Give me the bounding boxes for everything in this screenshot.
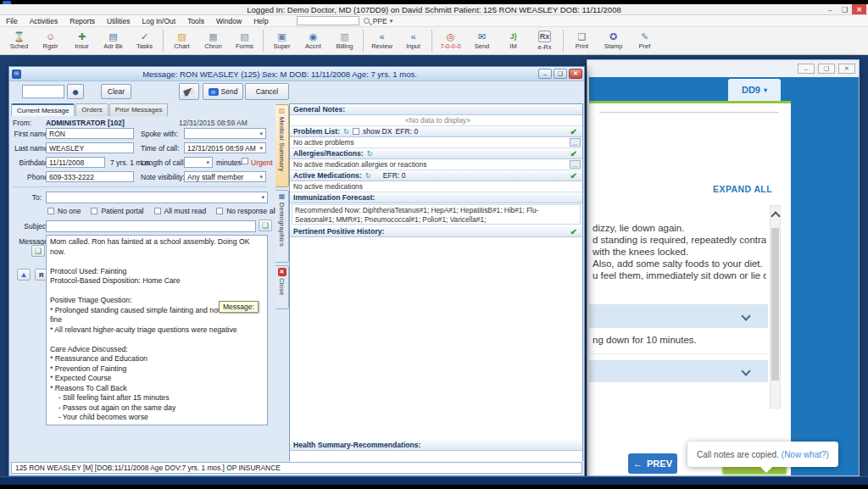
toolbar-super[interactable]: ▣Super	[266, 27, 298, 54]
prev-button[interactable]: ← PREV	[628, 453, 677, 474]
rx-icon: R	[39, 271, 44, 279]
cancel-button[interactable]: Cancel	[245, 83, 289, 100]
toolbar-print[interactable]: ❑Print	[566, 27, 598, 54]
insurance-icon: ✚	[78, 31, 86, 42]
no-response-checkbox[interactable]	[216, 208, 223, 214]
scrollbar-thumb[interactable]	[771, 228, 779, 381]
show-dx-checkbox[interactable]	[353, 128, 359, 135]
toolbar-forms[interactable]: ▧Forms	[229, 27, 260, 54]
menu-activities[interactable]: Activities	[24, 17, 64, 25]
menu-utilities[interactable]: Utilities	[101, 17, 136, 25]
phone-field[interactable]: 609-333-2222	[46, 171, 134, 182]
subject-field[interactable]	[46, 220, 256, 232]
send-envelope-icon: ✉	[209, 88, 219, 96]
maximize-button[interactable]: ❑	[554, 69, 567, 79]
toolbar-erx[interactable]: Rxe-Rx	[529, 27, 560, 54]
maximize-button[interactable]: ❑	[818, 64, 835, 74]
send-button[interactable]: ✉ Send	[203, 83, 243, 100]
toolbar-chart[interactable]: ▨Chart	[166, 27, 198, 54]
menu-file[interactable]: File	[0, 17, 24, 25]
menu-bar: File Activities Reports Utilities Log In…	[0, 15, 868, 27]
side-tab-medical-summary[interactable]: ▨ Medical Summary	[275, 104, 289, 187]
patient-portal-checkbox[interactable]	[91, 208, 97, 214]
toolbar-input[interactable]: «Input	[398, 27, 429, 54]
toolbar-review[interactable]: «Review	[366, 27, 398, 54]
dd9-dropdown[interactable]: DD9 ▾	[728, 79, 781, 101]
menu-reports[interactable]: Reports	[64, 17, 101, 25]
tab-prior-messages[interactable]: Prior Messages	[109, 103, 169, 116]
expand-all-link[interactable]: EXPAND ALL	[713, 184, 772, 194]
tab-orders[interactable]: Orders	[75, 103, 108, 116]
toolbar-accnt[interactable]: ◉Accnt	[298, 27, 329, 54]
minimize-button[interactable]: –	[538, 69, 552, 79]
toolbar-billing[interactable]: ▥Billing	[329, 27, 360, 54]
toolbar-send[interactable]: ✉Send	[466, 27, 498, 54]
toolbar-adrbk[interactable]: ▤Adr Bk	[97, 27, 129, 54]
length-of-call-select[interactable]	[184, 157, 213, 168]
minutes-label: minutes	[216, 158, 242, 167]
message-textarea[interactable]: Mom called. Ron has fainted at a school …	[46, 235, 268, 425]
advice-line: dizzy, lie down again.	[593, 222, 766, 234]
spoke-with-select[interactable]	[184, 128, 266, 139]
patient-lookup-button[interactable]: ☻	[67, 84, 84, 99]
menu-tools[interactable]: Tools	[181, 17, 210, 25]
triage-button[interactable]: ▲	[17, 269, 31, 281]
from-value: ADMINISTRATOR [102]	[46, 119, 125, 127]
close-button[interactable]: ✕	[852, 4, 866, 14]
minimize-button[interactable]: –	[823, 4, 837, 14]
patient-search-input[interactable]	[22, 85, 64, 98]
search-tag[interactable]: PPE	[373, 17, 387, 25]
menu-window[interactable]: Window	[210, 17, 248, 25]
dial-icon: ◎	[447, 31, 455, 42]
search-caret-icon[interactable]: ▾	[390, 18, 393, 25]
refresh-icon[interactable]: ↻	[365, 171, 371, 180]
quick-search-input[interactable]	[297, 16, 359, 25]
note-visibility-select[interactable]: Any staff member	[184, 171, 266, 182]
advice-line: with the knees locked.	[593, 246, 766, 258]
protocol-book-button[interactable]: ❏	[31, 245, 45, 257]
toolbar-im[interactable]: J)IM	[498, 27, 529, 54]
ellipsis-button[interactable]: …	[570, 138, 581, 147]
divider	[13, 186, 267, 187]
toolbar-7000[interactable]: ◎7-0-0-0	[435, 27, 466, 54]
toolbar-insur[interactable]: ✚Insur	[66, 27, 97, 54]
tab-current-message[interactable]: Current Message	[11, 103, 75, 116]
time-of-call-select[interactable]: 12/31/2015 08:59 AM	[184, 142, 266, 153]
erase-button[interactable]	[179, 83, 199, 100]
menu-loginout[interactable]: Log In/Out	[136, 17, 181, 25]
side-tab-close[interactable]: ✕ Close	[275, 265, 289, 309]
toolbar-sched[interactable]: ⌛Sched	[3, 27, 35, 54]
clear-button[interactable]: Clear	[101, 84, 131, 99]
immunization-header: Immunization Forecast:	[290, 192, 582, 203]
first-name-field[interactable]: RON	[46, 128, 134, 139]
scrollbar[interactable]	[770, 205, 781, 408]
im-icon: J)	[509, 31, 516, 42]
side-tab-demographics[interactable]: ▦ Demographics	[275, 190, 289, 263]
close-button[interactable]: ✕	[569, 69, 582, 79]
no-one-checkbox[interactable]	[47, 208, 54, 214]
scroll-up-icon[interactable]	[771, 211, 780, 220]
toolbar-rgstr[interactable]: ☺Rgstr	[35, 27, 66, 54]
accordion-section-2[interactable]	[589, 360, 768, 382]
maximize-button[interactable]: ❑	[837, 4, 852, 14]
toolbar-pref[interactable]: ✎Pref	[629, 27, 660, 54]
no-data-row: <No data to display>	[290, 115, 582, 126]
urgent-checkbox[interactable]	[242, 158, 248, 164]
refresh-icon[interactable]: ↻	[367, 149, 373, 158]
accordion-section-1[interactable]	[589, 304, 768, 328]
birthdate-field[interactable]: 11/11/2008	[46, 157, 105, 168]
ellipsis-button[interactable]: …	[570, 160, 581, 169]
refresh-icon[interactable]: ↻	[343, 127, 349, 136]
last-name-field[interactable]: WEASLEY	[46, 142, 134, 153]
protocol-book-button[interactable]: ❏	[259, 219, 272, 231]
menu-help[interactable]: Help	[248, 17, 274, 25]
all-must-read-checkbox[interactable]	[154, 208, 161, 214]
to-select[interactable]	[46, 192, 268, 203]
now-what-link[interactable]: (Now what?)	[782, 450, 829, 459]
main-title: Logged In: Demo Doctor, MD (107DD9) on D…	[247, 5, 620, 14]
close-button[interactable]: ✕	[838, 64, 855, 74]
toolbar-chron[interactable]: ▦Chron	[198, 27, 229, 54]
minimize-button[interactable]: –	[798, 64, 815, 74]
toolbar-stamp[interactable]: ✪Stamp	[598, 27, 629, 54]
toolbar-tasks[interactable]: ✓Tasks	[129, 27, 160, 54]
